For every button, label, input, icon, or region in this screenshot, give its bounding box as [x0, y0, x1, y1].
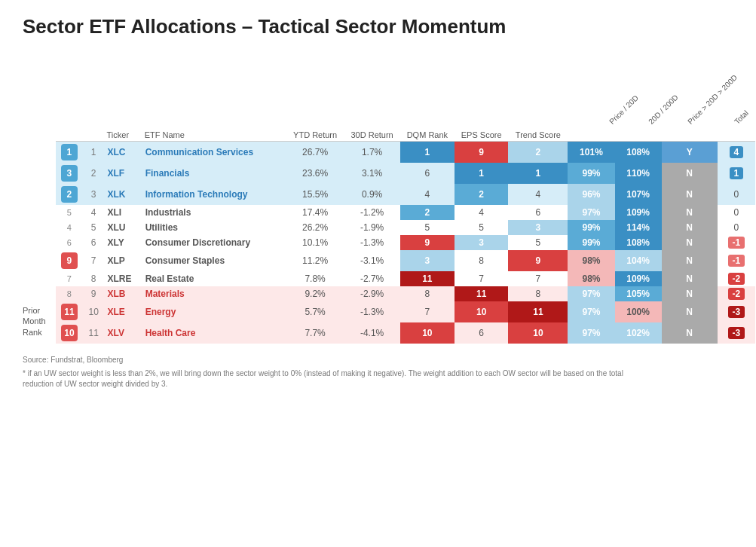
- ytd-return-cell: 9.2%: [286, 286, 344, 301]
- eps-score-cell: 9: [455, 142, 508, 163]
- 30d-return-cell: -2.9%: [344, 286, 399, 301]
- total-cell: -2: [718, 286, 755, 301]
- rank-badge: 9: [61, 252, 78, 269]
- etf-name-cell: Materials: [142, 286, 286, 301]
- th-total: [718, 129, 755, 142]
- th-etf-name: ETF Name: [142, 129, 286, 142]
- rank-badge: 3: [61, 165, 78, 182]
- ticker-cell: XLI: [105, 205, 142, 220]
- footnote-text: * if an UW sector weight is less than 2%…: [23, 368, 641, 390]
- total-cell: 1: [718, 163, 755, 184]
- eps-score-cell: 7: [455, 271, 508, 286]
- ytd-return-cell: 17.4%: [286, 205, 344, 220]
- col-header-total: Total: [733, 108, 750, 126]
- prior-rank-label: PriorMonthRank: [23, 46, 51, 344]
- etf-name-cell: Utilities: [142, 220, 286, 235]
- eps-score-cell: 6: [455, 322, 508, 344]
- price-flag-cell: N: [662, 205, 718, 220]
- price-200d-cell: 109%: [615, 205, 662, 220]
- table-row: 97XLPConsumer Staples11.2%-3.1%38998%104…: [56, 250, 755, 271]
- rank-badge: 1: [61, 144, 78, 160]
- prior-rank-cell: 7: [56, 271, 83, 286]
- price-flag-cell: N: [662, 286, 718, 301]
- th-prior-rank: [56, 129, 83, 142]
- dqm-rank-cell: 1: [400, 142, 455, 163]
- eps-score-cell: 4: [455, 205, 508, 220]
- rank-cell: 5: [83, 220, 105, 235]
- etf-name-cell: Energy: [142, 301, 286, 322]
- ytd-return-cell: 7.7%: [286, 322, 344, 344]
- price-200d-cell: 104%: [615, 250, 662, 271]
- eps-score-cell: 5: [455, 220, 508, 235]
- price-flag-cell: N: [662, 163, 718, 184]
- th-priceflag: [662, 129, 718, 142]
- ytd-return-cell: 26.2%: [286, 220, 344, 235]
- trend-score-cell: 1: [508, 163, 568, 184]
- price-20d-cell: 99%: [568, 163, 614, 184]
- ticker-cell: XLU: [105, 220, 142, 235]
- source-text: Source: Fundstrat, Bloomberg: [23, 356, 733, 364]
- dqm-rank-cell: 2: [400, 205, 455, 220]
- price-flag-cell: N: [662, 235, 718, 250]
- price-flag-cell: N: [662, 322, 718, 344]
- table-row: 45XLUUtilities26.2%-1.9%55399%114%N0: [56, 220, 755, 235]
- ytd-return-cell: 11.2%: [286, 250, 344, 271]
- rank-cell: 11: [83, 322, 105, 344]
- 30d-return-cell: -2.7%: [344, 271, 399, 286]
- eps-score-cell: 11: [455, 286, 508, 301]
- price-20d-cell: 101%: [568, 142, 614, 163]
- rank-badge: 10: [61, 325, 78, 341]
- total-cell: 4: [718, 142, 755, 163]
- price-200d-cell: 108%: [615, 142, 662, 163]
- th-ticker: Ticker: [105, 129, 142, 142]
- ticker-cell: XLK: [105, 184, 142, 205]
- 30d-return-cell: -3.1%: [344, 250, 399, 271]
- price-20d-cell: 96%: [568, 184, 614, 205]
- rank-badge: 2: [61, 186, 78, 203]
- rank-cell: 6: [83, 235, 105, 250]
- price-flag-cell: N: [662, 220, 718, 235]
- table-row: 1011XLVHealth Care7.7%-4.1%1061097%102%N…: [56, 322, 755, 344]
- 30d-return-cell: -1.3%: [344, 301, 399, 322]
- 30d-return-cell: -1.2%: [344, 205, 399, 220]
- 30d-return-cell: -1.9%: [344, 220, 399, 235]
- ticker-cell: XLRE: [105, 271, 142, 286]
- trend-score-cell: 10: [508, 322, 568, 344]
- prior-rank-cell: 11: [56, 301, 83, 322]
- prior-rank-cell: 5: [56, 205, 83, 220]
- col-header-price-flag: Price > 20D > 200D: [686, 73, 739, 126]
- price-flag-cell: N: [662, 250, 718, 271]
- th-30d: 30D Return: [344, 129, 399, 142]
- etf-name-cell: Consumer Staples: [142, 250, 286, 271]
- th-price200d: [615, 129, 662, 142]
- prior-rank-cell: 9: [56, 250, 83, 271]
- table-row: 11XLCCommunication Services26.7%1.7%1921…: [56, 142, 755, 163]
- ytd-return-cell: 26.7%: [286, 142, 344, 163]
- price-20d-cell: 98%: [568, 250, 614, 271]
- total-cell: 0: [718, 220, 755, 235]
- price-flag-cell: Y: [662, 142, 718, 163]
- price-200d-cell: 114%: [615, 220, 662, 235]
- total-cell: 0: [718, 205, 755, 220]
- rank-cell: 10: [83, 301, 105, 322]
- table-row: 89XLBMaterials9.2%-2.9%811897%105%N-2: [56, 286, 755, 301]
- 30d-return-cell: -1.3%: [344, 235, 399, 250]
- dqm-rank-cell: 7: [400, 301, 455, 322]
- price-200d-cell: 102%: [615, 322, 662, 344]
- trend-score-cell: 8: [508, 286, 568, 301]
- etf-name-cell: Health Care: [142, 322, 286, 344]
- etf-name-cell: Industrials: [142, 205, 286, 220]
- prior-rank-cell: 4: [56, 220, 83, 235]
- prior-rank-cell: 8: [56, 286, 83, 301]
- total-cell: 0: [718, 184, 755, 205]
- total-cell: -2: [718, 271, 755, 286]
- dqm-rank-cell: 10: [400, 322, 455, 344]
- total-cell: -3: [718, 322, 755, 344]
- prior-rank-cell: 3: [56, 163, 83, 184]
- eps-score-cell: 10: [455, 301, 508, 322]
- dqm-rank-cell: 4: [400, 184, 455, 205]
- rank-cell: 8: [83, 271, 105, 286]
- price-20d-cell: 97%: [568, 205, 614, 220]
- price-flag-cell: N: [662, 301, 718, 322]
- etf-name-cell: Real Estate: [142, 271, 286, 286]
